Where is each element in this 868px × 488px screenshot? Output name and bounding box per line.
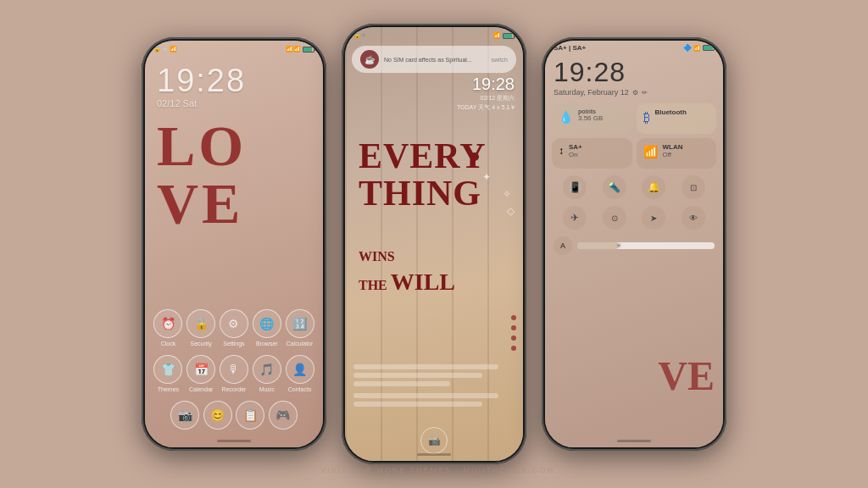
phone-2-home-indicator <box>417 453 451 456</box>
ctrl-sa-info: SA+ On <box>569 143 582 158</box>
screen-record-icon-btn[interactable]: ⊡ <box>682 175 705 199</box>
ctrl-tile-sa[interactable]: ↕ SA+ On <box>552 138 632 169</box>
phone-1-app-grid: ⏰ Clock 🔒 Security ⚙ Settings 🌐 <box>145 309 323 441</box>
app-music-label: Music <box>259 386 275 392</box>
app-camera[interactable]: 📷 <box>170 401 200 432</box>
phone-1-date: 02/12 Sat <box>157 98 311 108</box>
sparkle-2: ✧ <box>503 188 511 200</box>
ctrl-tile-bluetooth[interactable]: ₿ Bluetooth <box>637 103 717 134</box>
will-label: WILL <box>391 269 455 295</box>
ctrl-data-info: points 3.56 GB <box>578 108 603 122</box>
vibrate-icon-btn[interactable]: 📳 <box>563 175 587 199</box>
ctrl-data-name: points <box>578 108 603 114</box>
data-icon: 💧 <box>559 110 573 124</box>
ctrl-tile-data[interactable]: 💧 points 3.56 GB <box>552 103 632 134</box>
quick-icons-row-2: ✈ ⊙ ➤ 👁 <box>545 202 723 233</box>
ctrl-sa-val: On <box>569 151 582 158</box>
app-settings[interactable]: ⚙ Settings <box>219 309 249 347</box>
phone-1-status-left: 🔒 ✈ 📶 <box>153 46 177 53</box>
app-themes[interactable]: 👕 Themes <box>153 355 183 392</box>
browser-icon[interactable]: 🌐 <box>253 309 281 338</box>
phone-1-status-right: 📶📶 <box>286 46 314 53</box>
sa-icon: ↕ <box>559 145 564 157</box>
phone-1-clock: 19:28 <box>157 64 311 97</box>
security-icon[interactable]: 🔒 <box>186 309 215 338</box>
phone-3-status-icons: 🔷 📶 <box>683 44 715 52</box>
ctrl-bluetooth-info: Bluetooth <box>655 108 687 116</box>
app-calculator-label: Calculator <box>287 341 314 347</box>
contacts-icon[interactable]: 👤 <box>286 355 314 384</box>
calendar-icon[interactable]: 📅 <box>186 355 215 384</box>
app-browser-label: Browser <box>256 341 278 347</box>
calculator-icon[interactable]: 🔢 <box>286 309 314 338</box>
phone-3-status-top: SA+ | SA+ 🔷 📶 <box>545 41 723 55</box>
app-row-1: ⏰ Clock 🔒 Security ⚙ Settings 🌐 <box>152 309 316 347</box>
eye-icon-btn[interactable]: 👁 <box>682 206 705 230</box>
phone-2-camera-button[interactable]: 📷 <box>420 427 448 454</box>
app-games[interactable]: 🎮 <box>268 401 298 432</box>
brightness-sun-icon: ☀ <box>615 241 622 250</box>
phones-container: 🔒 ✈ 📶 📶📶 19:28 02/12 Sat LOVE <box>0 0 868 488</box>
notes-icon[interactable]: 📋 <box>236 401 264 430</box>
app-clock-label: Clock <box>161 341 176 347</box>
phone-2-time-widget: 19:28 02/12 星期六 <box>472 75 515 103</box>
app-themes-label: Themes <box>158 386 179 392</box>
phone-2-bg: 🔒✈ 📶 ☕ No SIM card affects as Spiritual.… <box>345 27 523 461</box>
calendar-settings-icon[interactable]: ⚙ <box>632 89 638 97</box>
signal-icon: 📶 <box>693 45 701 52</box>
focus-icon-btn[interactable]: ⊙ <box>603 206 626 230</box>
settings-icon[interactable]: ⚙ <box>220 309 248 338</box>
themes-icon[interactable]: 👕 <box>153 355 182 384</box>
app-calendar-label: Calendar <box>189 386 213 392</box>
app-security[interactable]: 🔒 Security <box>186 309 216 347</box>
phone-3-home-indicator <box>617 440 651 442</box>
location-icon-btn[interactable]: ➤ <box>642 206 665 230</box>
phone-2-stats: TODAY 天气 4 x 5.1 ¥ <box>457 103 515 112</box>
camera-icon[interactable]: 📷 <box>170 401 199 430</box>
phone-2-status-left: 🔒✈ <box>353 32 366 39</box>
ctrl-wlan-val: Off <box>663 151 683 158</box>
app-calculator[interactable]: 🔢 Calculator <box>285 309 315 347</box>
sparkle-3: ◇ <box>507 205 515 217</box>
phone-3-carrier: SA+ | SA+ <box>554 44 586 52</box>
app-row-3: 📷 😊 📋 🎮 <box>152 401 316 432</box>
brightness-slider[interactable]: ☀ <box>577 242 715 249</box>
sparkle-1: ✦ <box>482 171 491 183</box>
recorder-icon[interactable]: 🎙 <box>220 355 248 384</box>
phone-3-screen: SA+ | SA+ 🔷 📶 19:28 Saturday, February 1… <box>545 41 723 447</box>
ctrl-wlan-name: WLAN <box>663 143 683 151</box>
app-contacts[interactable]: 👤 Contacts <box>285 355 315 392</box>
phone-2-dot-decor <box>470 152 479 161</box>
emoji-icon[interactable]: 😊 <box>203 401 232 430</box>
edit-icon[interactable]: ✏ <box>642 89 648 97</box>
phone-2-switch[interactable]: switch <box>492 57 508 63</box>
ctrl-bluetooth-name: Bluetooth <box>655 108 687 116</box>
airplane-icon-btn[interactable]: ✈ <box>563 206 587 230</box>
app-music[interactable]: 🎵 Music <box>252 355 282 392</box>
wins-label: WINS <box>359 249 395 263</box>
app-clock[interactable]: ⏰ Clock <box>153 309 183 347</box>
phone-1-bg: 🔒 ✈ 📶 📶📶 19:28 02/12 Sat LOVE <box>145 41 323 447</box>
app-recorder[interactable]: 🎙 Recorder <box>219 355 249 392</box>
clock-icon[interactable]: ⏰ <box>153 309 182 338</box>
phone-2-every-thing: EVERYTHING <box>359 137 487 212</box>
red-dot-4 <box>511 346 516 351</box>
app-notes[interactable]: 📋 <box>235 401 265 432</box>
app-security-label: Security <box>191 341 212 347</box>
app-emoji[interactable]: 😊 <box>203 401 233 432</box>
strip-4 <box>353 393 498 398</box>
music-icon[interactable]: 🎵 <box>253 355 281 384</box>
brightness-a-btn[interactable]: A <box>554 236 572 255</box>
phone-2-status-right: 📶 <box>493 32 515 39</box>
flashlight-icon-btn[interactable]: 🔦 <box>603 175 626 199</box>
the-label: THE <box>359 278 391 292</box>
games-icon[interactable]: 🎮 <box>269 401 298 430</box>
ctrl-wlan-info: WLAN Off <box>663 143 683 158</box>
bluetooth-icon: ₿ <box>643 110 650 125</box>
app-browser[interactable]: 🌐 Browser <box>252 309 282 347</box>
bell-icon-btn[interactable]: 🔔 <box>642 175 665 199</box>
ctrl-tile-wlan[interactable]: 📶 WLAN Off <box>637 138 717 169</box>
red-dots <box>511 315 516 351</box>
app-calendar[interactable]: 📅 Calendar <box>186 355 216 392</box>
phone-2-strips <box>353 364 515 410</box>
